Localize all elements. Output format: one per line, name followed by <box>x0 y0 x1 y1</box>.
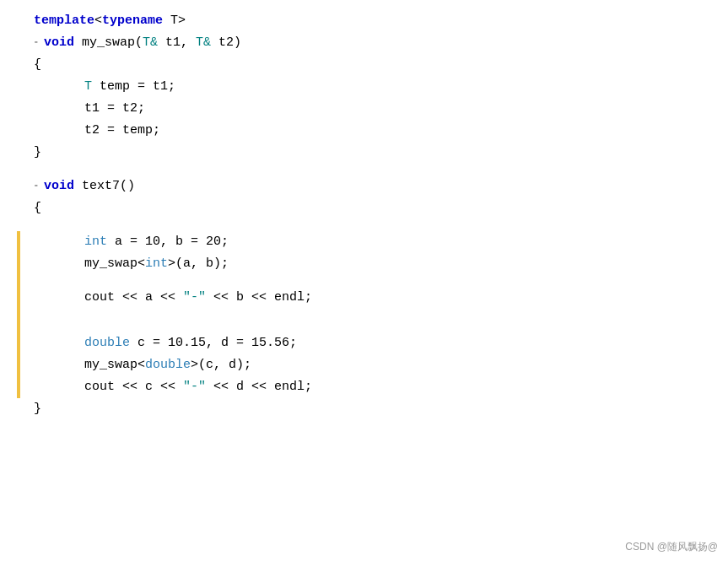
code-line-12: int a = 10, b = 20; <box>17 231 711 253</box>
code-block: template<typename T> ⁃ void my_swap(T& t… <box>0 10 728 420</box>
code-line-5: t1 = t2; <box>17 98 711 120</box>
gap-3 <box>17 275 711 287</box>
collapse-icon-2[interactable]: ⁃ <box>34 179 42 194</box>
code-line-6: t2 = temp; <box>17 120 711 142</box>
code-container: template<typename T> ⁃ void my_swap(T& t… <box>0 0 728 561</box>
keyword-void-2: void <box>44 176 74 197</box>
code-line-21: } <box>17 398 711 420</box>
yellow-bar-section: int a = 10, b = 20; my_swap<int>(a, b); … <box>17 231 711 398</box>
code-line-9: ⁃ void text7() <box>17 175 711 197</box>
code-line-3: { <box>17 54 711 76</box>
code-line-1: template<typename T> <box>17 10 711 32</box>
code-line-20: cout << c << "-" << d << endl; <box>17 376 711 398</box>
gap-4 <box>17 309 711 321</box>
code-line-19: my_swap<double>(c, d); <box>17 354 711 376</box>
gap-5 <box>17 321 711 332</box>
code-line-4: T temp = t1; <box>17 76 711 98</box>
code-line-15: cout << a << "-" << b << endl; <box>17 287 711 309</box>
keyword-void-1: void <box>44 33 74 54</box>
code-line-10: { <box>17 197 711 219</box>
code-line-13: my_swap<int>(a, b); <box>17 253 711 275</box>
gap-1 <box>17 164 711 175</box>
gap-2 <box>17 219 711 231</box>
code-line-2: ⁃ void my_swap(T& t1, T& t2) <box>17 32 711 54</box>
watermark: CSDN @随风飘扬@ <box>625 540 718 554</box>
collapse-icon-1[interactable]: ⁃ <box>34 35 42 51</box>
code-line-7: } <box>17 142 711 164</box>
code-line-18: double c = 10.15, d = 15.56; <box>17 332 711 354</box>
keyword-template: template <box>34 11 94 32</box>
